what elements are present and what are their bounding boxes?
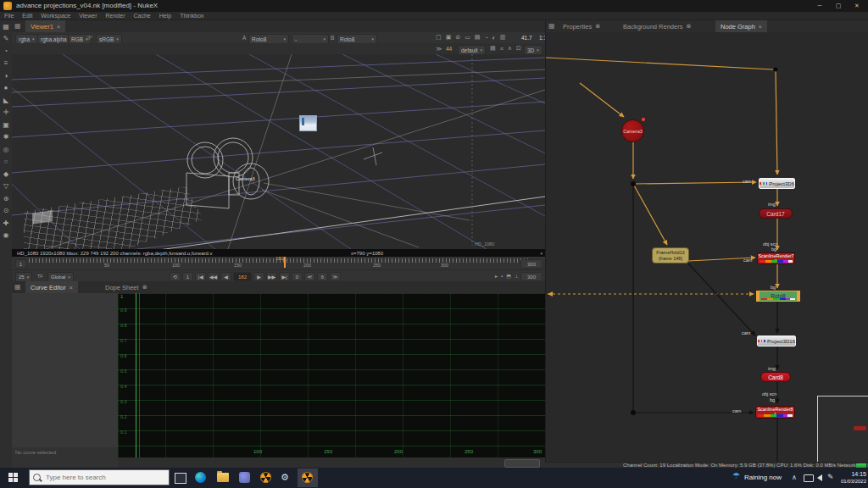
3d-viewport[interactable]: Camera3 HD_1080 xyxy=(12,54,545,249)
task-view-icon[interactable] xyxy=(175,473,186,484)
toolbar-plugins-icon[interactable]: ◉ xyxy=(0,230,12,242)
prev-keyframe-button[interactable]: ◀◀ xyxy=(208,272,219,281)
fullframe-icon[interactable]: ▪ xyxy=(501,274,503,279)
speaker-icon[interactable] xyxy=(817,474,822,481)
tab-close-icon[interactable]: ⊗ xyxy=(142,284,147,291)
tab-close-icon[interactable]: ⊗ xyxy=(686,23,691,30)
tab-curve-editor[interactable]: Curve Editor × xyxy=(25,281,78,293)
monitor-out-icon[interactable]: ▢ xyxy=(436,34,442,41)
teams-icon[interactable] xyxy=(239,472,250,483)
first-frame-button[interactable]: |◀ xyxy=(195,272,206,281)
roi-icon[interactable]: ◔ xyxy=(484,35,487,41)
playback-mode-icon[interactable]: ▸ xyxy=(495,273,498,279)
close-button[interactable]: ✕ xyxy=(848,0,866,12)
next-keyframe-button[interactable]: ▶▶ xyxy=(266,272,277,281)
menu-cache[interactable]: Cache xyxy=(133,13,150,19)
update-icon[interactable]: ▥ xyxy=(500,34,506,41)
menu-render[interactable]: Render xyxy=(106,13,125,19)
toolbar-keyer-icon[interactable]: ◣ xyxy=(0,94,12,107)
minimize-button[interactable]: ─ xyxy=(810,0,829,12)
menu-help[interactable]: Help xyxy=(159,13,171,19)
menu-file[interactable]: File xyxy=(4,13,14,19)
nuke-app-icon[interactable] xyxy=(260,472,271,483)
tab-dope-sheet[interactable]: Dope Sheet ⊗ xyxy=(100,281,153,293)
graph-zoom-field[interactable] xyxy=(504,459,540,468)
panel-menu-icon[interactable]: ▦ xyxy=(548,20,555,32)
pen-tray-icon[interactable]: ✎ xyxy=(827,473,834,481)
node-card8[interactable]: Card8 xyxy=(760,372,791,382)
prev-frame-button[interactable]: ◀ xyxy=(220,272,231,281)
taskbar-search-box[interactable] xyxy=(29,469,170,485)
taskbar-clock[interactable]: 14:15 01/03/2022 xyxy=(839,470,866,485)
toolbar-filter-icon[interactable]: ● xyxy=(0,82,12,95)
timeline-ruler[interactable]: 1 50 100 150 200 250 300 182 300 xyxy=(12,257,545,269)
tab-background-renders[interactable]: Background Renders ⊗ xyxy=(618,20,696,32)
search-input[interactable] xyxy=(44,473,158,482)
show-hidden-icons-chevron[interactable]: ∧ xyxy=(792,474,797,481)
file-explorer-icon[interactable] xyxy=(217,473,229,482)
input-process-toggle[interactable]: IP xyxy=(87,35,92,41)
toolbar-other-icon[interactable]: ⊙ xyxy=(0,205,12,218)
proxy-icon[interactable]: ▭ xyxy=(465,34,470,41)
toolbar-color-icon[interactable]: ◑ xyxy=(0,69,12,82)
next-frame-button[interactable]: ▶ xyxy=(253,272,264,281)
toolbar-transform-icon[interactable]: ▣ xyxy=(0,119,12,131)
backdrop-rectangle[interactable] xyxy=(817,396,868,462)
tab-properties[interactable]: Properties ⊗ xyxy=(558,20,605,32)
step-back-button[interactable]: ≪ xyxy=(304,272,315,281)
node-card17[interactable]: Card17 xyxy=(759,208,793,219)
weather-umbrella-icon[interactable]: ☂ xyxy=(732,471,740,480)
tab-viewer1[interactable]: Viewer1 × xyxy=(25,20,65,32)
timeline-tf-toggle[interactable]: TF xyxy=(37,274,43,279)
start-button[interactable] xyxy=(8,473,19,483)
tab-node-graph[interactable]: Node Graph × xyxy=(715,20,767,32)
panel-menu-icon[interactable]: ▦ xyxy=(14,20,21,32)
curve-graph-area[interactable]: 1 0.9 0.8 0.7 0.6 0.5 0.4 0.3 0.2 0.1 10… xyxy=(118,293,545,458)
menu-edit[interactable]: Edit xyxy=(22,13,32,19)
tab-close-icon[interactable]: ⊗ xyxy=(595,23,600,30)
distant-node[interactable] xyxy=(854,426,866,430)
projected-card-thumbnail[interactable] xyxy=(299,115,317,131)
range-out-field[interactable]: 300 xyxy=(520,259,542,269)
menu-thinkbox[interactable]: Thinkbox xyxy=(180,13,203,19)
gang-icon[interactable]: ≫ xyxy=(436,46,442,53)
weather-text[interactable]: Raining now xyxy=(744,474,782,481)
lock-range-icon[interactable]: ⬒ xyxy=(506,273,511,279)
network-display-icon[interactable] xyxy=(804,474,814,482)
node-scanlinerender7[interactable]: ScanlineRender7 1 xyxy=(757,252,795,264)
anchor-icon[interactable]: ⊥ xyxy=(515,273,519,279)
settings-gear-icon[interactable]: ⚙ xyxy=(281,472,289,483)
menu-viewer[interactable]: Viewer xyxy=(79,13,97,19)
toolbar-metadata-icon[interactable]: ▽ xyxy=(0,180,12,193)
toolbar-merge-icon[interactable]: ✛ xyxy=(0,107,12,119)
node-project3d6[interactable]: Project3D6 xyxy=(759,178,795,189)
step-forward-button[interactable]: ≫ xyxy=(330,272,341,281)
last-frame-button[interactable]: ▶| xyxy=(279,272,290,281)
node-project3d16[interactable]: Project3D16 xyxy=(757,336,796,347)
node-framehold13[interactable]: FrameHold13 (frame 148) xyxy=(652,247,689,263)
info-bar-collapse-icon[interactable]: ▾ xyxy=(540,251,542,256)
toolbar-3d-icon[interactable]: ✱ xyxy=(0,131,12,144)
node-graph-canvas[interactable] xyxy=(545,32,868,462)
framing-icon[interactable]: ▤ xyxy=(490,45,496,52)
zoom-level[interactable]: 41.7 xyxy=(521,35,532,41)
tab-close-icon[interactable]: × xyxy=(759,24,762,30)
toolbar-time-icon[interactable]: ◔ xyxy=(0,45,12,58)
node-roto8[interactable]: Roto8 xyxy=(756,291,800,302)
panel-menu-icon[interactable]: ▦ xyxy=(14,281,21,293)
goto-in-button[interactable]: 1 xyxy=(182,272,193,281)
tab-close-icon[interactable]: × xyxy=(70,285,73,291)
menu-workspace[interactable]: Workspace xyxy=(41,13,70,19)
pause-icon[interactable]: ◐ xyxy=(492,35,496,41)
edge-browser-icon[interactable] xyxy=(195,472,206,483)
tab-close-icon[interactable]: × xyxy=(57,24,60,30)
gain-value[interactable]: 44 xyxy=(446,46,452,52)
toolbar-script-icon[interactable]: ✚ xyxy=(0,217,12,230)
toolbar-image-icon[interactable]: ▦ xyxy=(0,20,12,33)
node-scanlinerender8[interactable]: ScanlineRender8 1 xyxy=(755,406,795,419)
frame-zero-button[interactable]: 0 xyxy=(292,272,303,281)
frame-step-field[interactable]: 6 xyxy=(317,272,328,281)
layers-icon[interactable]: ≡ xyxy=(500,46,504,52)
range-in-field[interactable]: 1 xyxy=(15,259,26,269)
global-out-field[interactable]: 300 xyxy=(520,272,542,281)
